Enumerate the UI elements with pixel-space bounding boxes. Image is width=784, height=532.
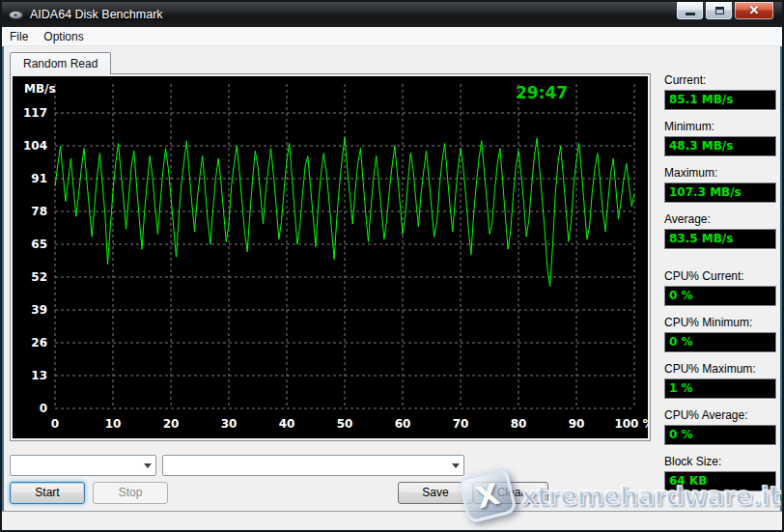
- close-icon: ✕: [735, 3, 773, 17]
- stat-label-cpu-maximum: CPU% Maximum:: [664, 362, 776, 376]
- maximize-icon: [715, 7, 724, 14]
- stat-value-cpu-average: 0 %: [664, 425, 776, 445]
- svg-text:100 %: 100 %: [614, 417, 648, 431]
- svg-text:0: 0: [40, 402, 47, 415]
- status-bar: [2, 512, 782, 530]
- stat-label-average: Average:: [664, 212, 776, 226]
- svg-text:39: 39: [31, 303, 47, 317]
- menu-file[interactable]: File: [2, 27, 36, 46]
- chart-canvas: 0102030405060708090100 %1171049178655239…: [13, 76, 648, 438]
- stat-value-cpu-maximum: 1 %: [664, 378, 776, 399]
- stat-label-minimum: Minimum:: [664, 120, 776, 133]
- svg-text:52: 52: [31, 270, 47, 284]
- stat-value-minimum: 48.3 MB/s: [664, 136, 776, 156]
- close-button[interactable]: ✕: [734, 2, 774, 20]
- stat-label-cpu-average: CPU% Average:: [664, 408, 776, 422]
- tab-page: 0102030405060708090100 %1171049178655239…: [10, 73, 651, 441]
- stat-value-current: 85.1 MB/s: [664, 90, 776, 110]
- svg-text:91: 91: [31, 172, 47, 185]
- tab-random-read[interactable]: Random Read: [10, 52, 111, 74]
- stat-label-current: Current:: [664, 73, 776, 87]
- benchmark-type-select[interactable]: Random Read: [10, 455, 156, 476]
- drive-select[interactable]: Disk Drive #0 [SAMSUNG HD154UI] (1397.3 …: [162, 455, 464, 476]
- maximize-button[interactable]: [705, 2, 733, 20]
- svg-text:20: 20: [163, 417, 180, 431]
- svg-text:65: 65: [31, 238, 47, 251]
- svg-text:117: 117: [23, 106, 47, 120]
- svg-text:50: 50: [337, 417, 353, 431]
- svg-text:70: 70: [453, 417, 469, 431]
- elapsed-time: 29:47: [500, 83, 583, 102]
- menu-options[interactable]: Options: [36, 27, 91, 46]
- stat-value-cpu-current: 0 %: [664, 286, 776, 306]
- save-button[interactable]: Save: [398, 482, 473, 504]
- y-axis-unit-label: MB/s: [24, 82, 56, 96]
- svg-text:13: 13: [31, 369, 47, 382]
- svg-text:60: 60: [395, 417, 411, 431]
- svg-text:10: 10: [105, 417, 122, 431]
- stat-label-cpu-minimum: CPU% Minimum:: [664, 316, 776, 329]
- start-button[interactable]: Start: [10, 482, 85, 504]
- stat-label-block-size: Block Size:: [664, 455, 776, 468]
- benchmark-chart: 0102030405060708090100 %1171049178655239…: [13, 76, 648, 438]
- stat-value-maximum: 107.3 MB/s: [664, 182, 776, 203]
- disk-icon: [9, 9, 24, 20]
- svg-text:0: 0: [51, 417, 59, 431]
- stats-panel: Current: 85.1 MB/s Minimum: 48.3 MB/s Ma…: [664, 70, 776, 491]
- stop-button[interactable]: Stop: [93, 482, 168, 504]
- minimize-button[interactable]: [676, 2, 704, 20]
- svg-text:90: 90: [569, 417, 585, 431]
- svg-text:26: 26: [31, 336, 47, 350]
- svg-text:30: 30: [221, 417, 238, 431]
- minimize-icon: [686, 13, 695, 15]
- svg-text:104: 104: [23, 139, 47, 153]
- svg-text:40: 40: [279, 417, 295, 431]
- chevron-down-icon: [447, 456, 463, 475]
- clear-button[interactable]: Clear: [473, 482, 548, 504]
- svg-text:78: 78: [31, 205, 47, 218]
- app-window: AIDA64 Disk Benchmark ✕ File Options Ran…: [0, 0, 784, 532]
- title-bar: AIDA64 Disk Benchmark ✕: [2, 2, 782, 27]
- menu-bar: File Options: [2, 27, 782, 46]
- stat-value-block-size: 64 KB: [664, 471, 776, 491]
- stat-label-maximum: Maximum:: [664, 166, 776, 180]
- stat-value-cpu-minimum: 0 %: [664, 332, 776, 352]
- chevron-down-icon: [139, 456, 155, 475]
- window-title: AIDA64 Disk Benchmark: [30, 8, 163, 21]
- svg-text:80: 80: [511, 417, 527, 431]
- stat-value-average: 83.5 MB/s: [664, 229, 776, 249]
- stat-label-cpu-current: CPU% Current:: [664, 269, 776, 283]
